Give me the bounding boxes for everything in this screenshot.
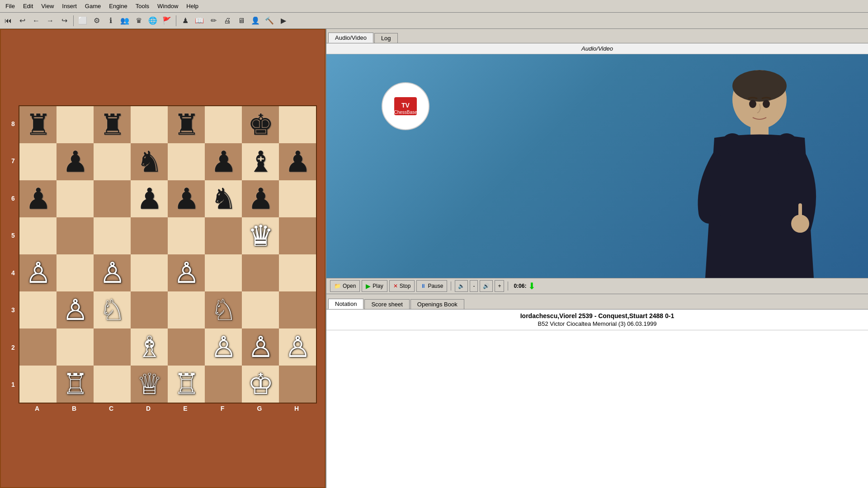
square-f4[interactable]	[205, 254, 242, 291]
person-button[interactable]: 👤	[249, 14, 262, 27]
menu-help[interactable]: Help	[183, 2, 202, 10]
pieces-button[interactable]: ♛	[132, 14, 145, 27]
video-container[interactable]: TV ChessBase	[326, 54, 868, 278]
square-e4[interactable]: ♙	[168, 254, 205, 291]
menu-window[interactable]: Window	[154, 2, 182, 10]
nav-back-button[interactable]: ←	[30, 14, 42, 27]
square-c7[interactable]	[94, 143, 131, 180]
book-button[interactable]: 📖	[193, 14, 206, 27]
square-f3[interactable]: ♘	[205, 291, 242, 328]
chess-board[interactable]: ♜ ♜ ♜ ♚ ♟ ♞ ♟ ♝ ♟	[19, 105, 317, 404]
square-f7[interactable]: ♟	[205, 143, 242, 180]
square-e6[interactable]: ♟	[168, 180, 205, 217]
square-b7[interactable]: ♟	[57, 143, 94, 180]
square-c1[interactable]	[94, 366, 131, 403]
menu-insert[interactable]: Insert	[58, 2, 80, 10]
square-e5[interactable]	[168, 217, 205, 254]
menu-game[interactable]: Game	[81, 2, 104, 10]
square-b6[interactable]	[57, 180, 94, 217]
square-f2[interactable]: ♙	[205, 328, 242, 366]
square-a3[interactable]	[19, 291, 57, 328]
square-g5[interactable]: ♛	[242, 217, 279, 254]
square-b3[interactable]: ♙	[57, 291, 94, 328]
square-d5[interactable]	[131, 217, 168, 254]
volume-down-button[interactable]: 🔈	[455, 280, 468, 292]
square-g8[interactable]: ♚	[242, 106, 279, 143]
tab-log[interactable]: Log	[374, 33, 398, 43]
square-f6[interactable]: ♞	[205, 180, 242, 217]
square-b1[interactable]: ♖	[57, 366, 94, 403]
square-a2[interactable]	[19, 328, 57, 366]
square-c6[interactable]	[94, 180, 131, 217]
square-d2[interactable]: ♗	[131, 328, 168, 366]
square-e7[interactable]	[168, 143, 205, 180]
tools-button[interactable]: 🔨	[263, 14, 276, 27]
display-button[interactable]: 🖥	[235, 14, 248, 27]
menu-view[interactable]: View	[38, 2, 57, 10]
menu-edit[interactable]: Edit	[19, 2, 37, 10]
pencil-button[interactable]: ✏	[207, 14, 220, 27]
menu-engine[interactable]: Engine	[105, 2, 131, 10]
square-h5[interactable]	[279, 217, 316, 254]
nav-end-button[interactable]: ↪	[58, 14, 71, 27]
play-button[interactable]: ▶ Play	[362, 280, 387, 292]
square-d7[interactable]: ♞	[131, 143, 168, 180]
square-e1[interactable]: ♖	[168, 366, 205, 403]
menu-file[interactable]: File	[2, 2, 19, 10]
arrow-button[interactable]: ▶	[277, 14, 290, 27]
square-h7[interactable]: ♟	[279, 143, 316, 180]
square-h6[interactable]	[279, 180, 316, 217]
square-g7[interactable]: ♝	[242, 143, 279, 180]
info-button[interactable]: ℹ	[104, 14, 117, 27]
square-d8[interactable]	[131, 106, 168, 143]
square-c5[interactable]	[94, 217, 131, 254]
square-d3[interactable]	[131, 291, 168, 328]
volume-up-button[interactable]: 🔊	[480, 280, 493, 292]
square-b5[interactable]	[57, 217, 94, 254]
square-c4[interactable]: ♙	[94, 254, 131, 291]
square-b4[interactable]	[57, 254, 94, 291]
square-g6[interactable]: ♟	[242, 180, 279, 217]
square-g4[interactable]	[242, 254, 279, 291]
pause-button[interactable]: ⏸ Pause	[416, 280, 447, 292]
square-h4[interactable]	[279, 254, 316, 291]
notation-content[interactable]	[326, 330, 868, 488]
menu-tools[interactable]: Tools	[132, 2, 153, 10]
board-view-button[interactable]: ⬜	[76, 14, 89, 27]
volume-up-plus[interactable]: +	[495, 280, 504, 292]
square-e2[interactable]	[168, 328, 205, 366]
square-f8[interactable]	[205, 106, 242, 143]
engine-button[interactable]: ⚙	[90, 14, 103, 27]
square-h1[interactable]	[279, 366, 316, 403]
square-e3[interactable]	[168, 291, 205, 328]
square-g1[interactable]: ♔	[242, 366, 279, 403]
square-a6[interactable]: ♟	[19, 180, 57, 217]
tab-notation[interactable]: Notation	[328, 299, 363, 309]
pawn-button[interactable]: ♟	[179, 14, 192, 27]
square-g2[interactable]: ♙	[242, 328, 279, 366]
square-c2[interactable]	[94, 328, 131, 366]
square-b8[interactable]	[57, 106, 94, 143]
square-f1[interactable]	[205, 366, 242, 403]
square-a8[interactable]: ♜	[19, 106, 57, 143]
square-h3[interactable]	[279, 291, 316, 328]
square-d1[interactable]: ♕	[131, 366, 168, 403]
square-a1[interactable]	[19, 366, 57, 403]
square-e8[interactable]: ♜	[168, 106, 205, 143]
square-g3[interactable]	[242, 291, 279, 328]
square-h8[interactable]	[279, 106, 316, 143]
nav-forward-button[interactable]: →	[44, 14, 57, 27]
stop-button[interactable]: ✕ Stop	[389, 280, 415, 292]
flag-button[interactable]: 🚩	[160, 14, 173, 27]
square-a4[interactable]: ♙	[19, 254, 57, 291]
globe-button[interactable]: 🌐	[146, 14, 159, 27]
nav-back-far-button[interactable]: ↩	[16, 14, 28, 27]
square-d4[interactable]	[131, 254, 168, 291]
square-f5[interactable]	[205, 217, 242, 254]
square-a5[interactable]	[19, 217, 57, 254]
square-c8[interactable]: ♜	[94, 106, 131, 143]
volume-down-minus[interactable]: -	[470, 280, 478, 292]
players-button[interactable]: 👥	[118, 14, 131, 27]
square-a7[interactable]	[19, 143, 57, 180]
tab-openings-book[interactable]: Openings Book	[410, 299, 464, 309]
